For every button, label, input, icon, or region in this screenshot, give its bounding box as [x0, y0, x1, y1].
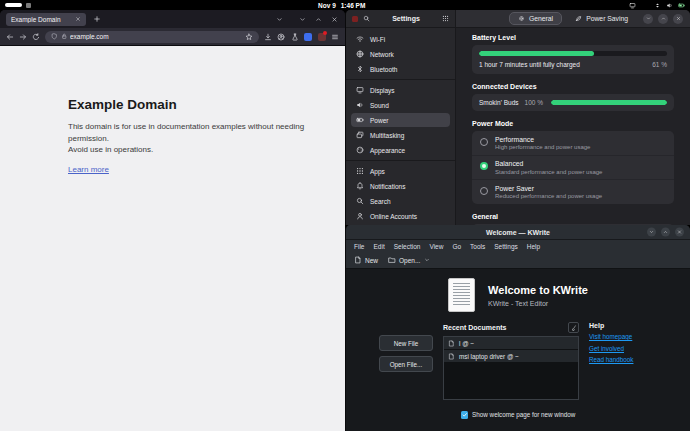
- red-extension-badge-icon[interactable]: [318, 33, 326, 41]
- recent-document-row[interactable]: msi laptop driver @ ~: [444, 350, 578, 363]
- browser-close-icon[interactable]: [331, 16, 338, 23]
- menu-file[interactable]: File: [354, 243, 364, 250]
- connected-device-card: Smokin' Buds 100 %: [472, 94, 674, 111]
- settings-maximize-button[interactable]: [658, 14, 668, 24]
- sidebar-item-sound[interactable]: Sound: [351, 98, 450, 112]
- forward-icon[interactable]: [19, 33, 27, 41]
- battery-icon[interactable]: [678, 2, 685, 9]
- beaker-extension-icon[interactable]: [291, 33, 299, 41]
- focused-app-icon[interactable]: [26, 3, 31, 8]
- menu-tools[interactable]: Tools: [470, 243, 485, 250]
- new-tab-button[interactable]: [93, 15, 101, 23]
- welcome-checkbox[interactable]: [461, 411, 469, 419]
- help-link-read-handbook[interactable]: Read handbook: [589, 356, 657, 363]
- list-all-tabs-icon[interactable]: [276, 16, 283, 23]
- radio-icon[interactable]: [480, 138, 488, 146]
- welcome-subtitle: KWrite - Text Editor: [488, 300, 588, 307]
- settings-headerbar: Settings General Power Saving: [346, 10, 690, 28]
- monitor-icon: [356, 86, 364, 94]
- sidebar-item-notifications[interactable]: Notifications: [351, 179, 450, 193]
- recent-documents: Recent Documents l @ ~msi laptop driver …: [443, 322, 579, 400]
- browser-window: Example Domain example.com: [0, 10, 345, 431]
- back-icon[interactable]: [6, 33, 14, 41]
- tabstrip-right: [276, 16, 338, 23]
- open-file-button[interactable]: Open File...: [379, 356, 433, 372]
- sidebar-item-wi-fi[interactable]: Wi-Fi: [351, 32, 450, 46]
- settings-grid-icon[interactable]: [442, 15, 449, 22]
- power-mode-option-balanced[interactable]: BalancedStandard performance and power u…: [472, 155, 674, 180]
- blue-extension-icon[interactable]: [304, 33, 312, 41]
- tab-close-icon[interactable]: [75, 16, 81, 22]
- chevron-down-icon[interactable]: [424, 257, 430, 263]
- view-switcher: General Power Saving: [509, 12, 637, 25]
- search-icon: [356, 197, 364, 205]
- settings-minimize-button[interactable]: [643, 14, 653, 24]
- sidebar-item-search[interactable]: Search: [351, 194, 450, 208]
- lock-icon[interactable]: [61, 33, 68, 40]
- browser-minimize-icon[interactable]: [299, 16, 306, 23]
- help-link-get-involved[interactable]: Get involved: [589, 345, 657, 352]
- battery-percent: 61 %: [652, 61, 667, 68]
- sidebar-item-displays[interactable]: Displays: [351, 83, 450, 97]
- settings-main-header: General Power Saving: [456, 10, 690, 28]
- menu-go[interactable]: Go: [452, 243, 461, 250]
- clock[interactable]: Nov 9 1:46 PM: [318, 2, 365, 9]
- sidebar-item-multitasking[interactable]: Multitasking: [351, 128, 450, 142]
- volume-icon[interactable]: [666, 2, 673, 9]
- downloads-icon[interactable]: [264, 33, 272, 41]
- bookmark-star-icon[interactable]: [245, 33, 253, 41]
- tab-general[interactable]: General: [509, 12, 562, 25]
- power-mode-card: PerformanceHigh performance and power us…: [472, 131, 674, 204]
- welcome-checkbox-label: Show welcome page for new window: [472, 411, 575, 418]
- hamburger-menu-icon[interactable]: [331, 33, 339, 41]
- url-bar[interactable]: example.com: [45, 31, 259, 43]
- activities-pill[interactable]: [5, 3, 22, 7]
- browser-maximize-icon[interactable]: [315, 16, 322, 23]
- settings-close-button[interactable]: [673, 14, 683, 24]
- menu-settings[interactable]: Settings: [494, 243, 518, 250]
- radio-icon[interactable]: [480, 162, 488, 170]
- toolbar-new-button[interactable]: New: [354, 256, 378, 264]
- kwrite-close-button[interactable]: [675, 228, 684, 237]
- kwrite-minimize-button[interactable]: [647, 228, 656, 237]
- sidebar-item-appearance[interactable]: Appearance: [351, 143, 450, 157]
- menu-help[interactable]: Help: [527, 243, 540, 250]
- sidebar-item-power[interactable]: Power: [351, 113, 450, 127]
- account-icon[interactable]: [277, 33, 285, 41]
- power-mode-option-description: High performance and power usage: [495, 144, 590, 150]
- check-icon: [462, 412, 468, 418]
- shield-icon[interactable]: [51, 33, 58, 40]
- sidebar-item-network[interactable]: Network: [351, 47, 450, 61]
- system-tray[interactable]: [629, 0, 685, 10]
- url-text[interactable]: example.com: [70, 33, 242, 40]
- menu-selection[interactable]: Selection: [394, 243, 421, 250]
- radio-icon[interactable]: [480, 187, 488, 195]
- menu-edit[interactable]: Edit: [373, 243, 384, 250]
- network-arrows-icon[interactable]: [654, 2, 661, 9]
- power-mode-option-performance[interactable]: PerformanceHigh performance and power us…: [472, 131, 674, 155]
- settings-search-icon[interactable]: [363, 15, 370, 22]
- power-mode-option-description: Standard performance and power usage: [495, 169, 602, 175]
- help-link-visit-homepage[interactable]: Visit homepage: [589, 333, 657, 340]
- clock-date: Nov 9: [318, 2, 336, 9]
- power-mode-option-label: Balanced: [495, 160, 602, 167]
- learn-more-link[interactable]: Learn more: [68, 165, 109, 174]
- power-mode-option-power-saver[interactable]: Power SaverReduced performance and power…: [472, 179, 674, 204]
- reload-icon[interactable]: [32, 33, 40, 41]
- sidebar-item-apps[interactable]: Apps: [351, 164, 450, 178]
- browser-tab[interactable]: Example Domain: [6, 13, 86, 26]
- device-percent: 100 %: [525, 99, 543, 106]
- sidebar-item-online-accounts[interactable]: Online Accounts: [351, 209, 450, 223]
- sidebar-item-bluetooth[interactable]: Bluetooth: [351, 62, 450, 76]
- menu-view[interactable]: View: [429, 243, 443, 250]
- forget-all-button[interactable]: [568, 322, 579, 333]
- device-progress: [551, 100, 667, 105]
- tab-power-saving[interactable]: Power Saving: [566, 12, 637, 25]
- chevron-down-icon: [646, 16, 651, 21]
- screen-share-icon[interactable]: [629, 2, 636, 9]
- recent-document-row[interactable]: l @ ~: [444, 337, 578, 350]
- chevron-up-icon: [661, 16, 666, 21]
- new-file-button[interactable]: New File: [379, 335, 433, 351]
- kwrite-maximize-button[interactable]: [661, 228, 670, 237]
- toolbar-open-button[interactable]: Open...: [388, 256, 430, 264]
